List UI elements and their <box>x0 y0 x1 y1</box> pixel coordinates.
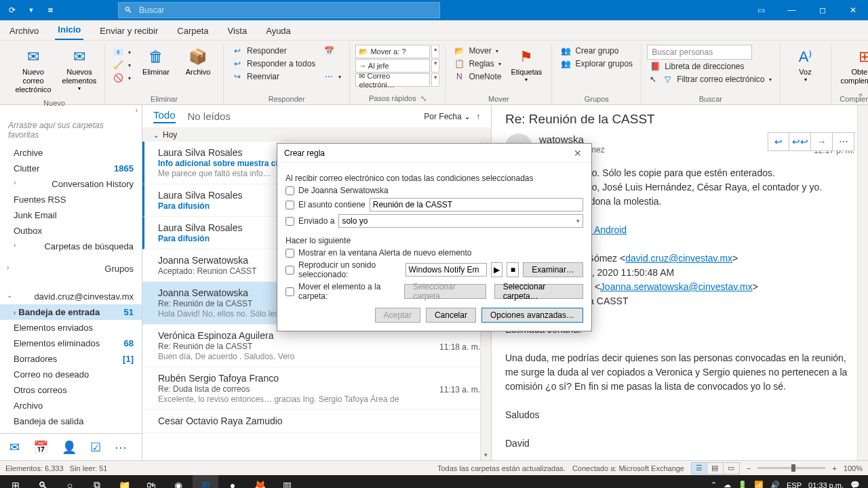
tasks-icon[interactable]: ☑ <box>90 440 101 455</box>
tab-vista[interactable]: Vista <box>225 22 250 40</box>
reading-email-1[interactable]: david.cruz@cinvestav.mx <box>625 253 732 264</box>
more-action[interactable]: ⋯ <box>833 132 854 151</box>
meeting-button[interactable]: 📅 <box>321 45 344 57</box>
sent-to-select[interactable]: solo yo▾ <box>338 214 583 228</box>
more-respond-button[interactable]: ⋯▾ <box>321 70 344 83</box>
reply-button[interactable]: ↩Responder <box>229 45 318 57</box>
app2-icon[interactable]: ▥ <box>274 475 300 488</box>
more-nav-icon[interactable]: ⋯ <box>115 440 127 455</box>
select-folder-button[interactable]: Seleccionar carpeta… <box>494 284 583 299</box>
nav-item[interactable]: Clutter1865 <box>0 161 142 176</box>
tab-enviar[interactable]: Enviar y recibir <box>97 22 161 40</box>
dropdown-icon[interactable]: ▼ <box>24 7 38 14</box>
calendar-icon[interactable]: 📅 <box>33 440 48 455</box>
forward-action[interactable]: → <box>811 132 833 151</box>
accept-button[interactable]: Aceptar <box>375 308 420 323</box>
sound-input[interactable]: Windows Notify Em <box>406 263 487 277</box>
tab-archivo[interactable]: Archivo <box>7 22 41 40</box>
mail-icon[interactable]: ✉ <box>9 440 20 455</box>
tray-cloud-icon[interactable]: ☁ <box>724 481 731 488</box>
message-item[interactable]: Cesar Octavio Raya Zamudio <box>142 410 491 433</box>
store-icon[interactable]: 🛍 <box>138 475 164 488</box>
nav-grupos[interactable]: ›Grupos <box>0 261 142 277</box>
outlook-icon[interactable]: ✉ <box>193 475 218 488</box>
browse-button[interactable]: Examinar… <box>523 262 583 277</box>
move-button[interactable]: 📂Mover ▾ <box>451 45 504 57</box>
nav-item[interactable]: Bandeja de salida <box>0 413 142 429</box>
quickstep-1[interactable]: 📂 Mover a: ? <box>355 45 430 58</box>
tray-notifications-icon[interactable]: 💬 <box>850 481 860 488</box>
onenote-button[interactable]: NOneNote <box>451 70 504 83</box>
tab-carpeta[interactable]: Carpeta <box>174 22 211 40</box>
create-group-button[interactable]: 👥Crear grupo <box>557 45 635 57</box>
message-item[interactable]: Rubén Sergio Tafoya FrancoRe: Duda lista… <box>142 367 491 410</box>
subject-checkbox[interactable] <box>285 201 294 209</box>
nav-account[interactable]: ⌄david.cruz@cinvestav.mx <box>0 289 142 304</box>
nav-item[interactable]: Correo no deseado <box>0 367 142 382</box>
cortana-icon[interactable]: ○ <box>57 475 83 488</box>
new-email-button[interactable]: ✉Nuevo correo electrónico <box>9 43 57 98</box>
explorer-icon[interactable]: 📁 <box>111 475 137 488</box>
stop-button[interactable]: ■ <box>507 262 519 277</box>
tray-volume-icon[interactable]: 🔊 <box>770 481 780 488</box>
nav-item[interactable]: Archivo <box>0 398 142 413</box>
reply-action[interactable]: ↩ <box>768 132 789 151</box>
firefox-icon[interactable]: 🦊 <box>247 475 273 488</box>
zoom-slider[interactable] <box>757 467 825 469</box>
nav-item[interactable]: Junk Email <box>0 207 142 223</box>
tab-noleidos[interactable]: No leídos <box>188 110 231 122</box>
reply-all-action[interactable]: ↩↩ <box>789 132 811 151</box>
sort-direction-icon[interactable]: ↑ <box>476 112 480 121</box>
alert-checkbox[interactable] <box>285 249 294 258</box>
close-icon[interactable]: ✕ <box>837 0 868 20</box>
taskview-icon[interactable]: ⧉ <box>84 475 110 488</box>
nav-item[interactable]: ›Bandeja de entrada51 <box>0 304 142 320</box>
tab-ayuda[interactable]: Ayuda <box>263 22 294 40</box>
quickstep-up[interactable]: ▴ <box>431 45 439 58</box>
start-button[interactable]: ⊞ <box>3 475 28 488</box>
zoom-minus[interactable]: − <box>747 464 751 472</box>
maximize-icon[interactable]: ◻ <box>807 0 837 20</box>
sound-checkbox[interactable] <box>285 266 294 274</box>
archive-button[interactable]: 📦Archivo <box>178 43 218 79</box>
addins-button[interactable]: ⊞Obtener complementos <box>837 43 869 88</box>
chrome-icon[interactable]: ◉ <box>165 475 191 488</box>
address-book-button[interactable]: 📕Libreta de direcciones <box>647 60 774 73</box>
nav-item[interactable]: Borradores[1] <box>0 351 142 367</box>
advanced-options-button[interactable]: Opciones avanzadas… <box>481 308 583 323</box>
reading-email-2[interactable]: Joanna.serwatowska@cinvestav.mx <box>600 281 753 292</box>
tab-todo[interactable]: Todo <box>153 109 176 123</box>
move-checkbox[interactable] <box>285 287 294 296</box>
tray-lang[interactable]: ESP <box>787 481 802 489</box>
reply-all-button[interactable]: ↩Responder a todos <box>229 58 318 70</box>
collapse-ribbon-icon[interactable]: ⌃ <box>857 92 864 102</box>
nav-item[interactable]: ›Carpetas de búsqueda <box>0 239 142 254</box>
reading-link-android[interactable]: a Android <box>587 224 627 235</box>
nav-item[interactable]: Elementos eliminados68 <box>0 336 142 351</box>
delete-button[interactable]: 🗑Eliminar <box>136 43 176 79</box>
nav-item[interactable]: Elementos enviados <box>0 320 142 336</box>
browse-groups-button[interactable]: 👥Explorar grupos <box>557 58 635 70</box>
nav-item[interactable]: ›Conversation History <box>0 176 142 192</box>
junk-button[interactable]: 🚫▾ <box>111 72 134 84</box>
rules-button[interactable]: 📋Reglas ▾ <box>451 58 504 70</box>
taskbar-search-icon[interactable]: 🔍︎ <box>30 475 56 488</box>
refresh-icon[interactable]: ⟳ <box>5 5 19 15</box>
overflow-icon[interactable]: 〓 <box>43 6 57 15</box>
tray-wifi-icon[interactable]: 📶 <box>754 481 764 488</box>
tray-up-icon[interactable]: ⌃ <box>711 481 717 488</box>
cleanup-button[interactable]: 🧹▾ <box>111 59 134 71</box>
quickstep-2[interactable]: → Al jefe <box>355 59 430 73</box>
view-buttons[interactable]: ☰▤▭ <box>691 462 740 474</box>
dialog-close-icon[interactable]: ✕ <box>571 148 585 159</box>
new-items-button[interactable]: ✉Nuevos elementos▾ <box>60 43 99 95</box>
from-checkbox[interactable] <box>285 186 294 195</box>
filter-email-button[interactable]: ↖▽Filtrar correo electrónico ▾ <box>647 73 774 85</box>
play-button[interactable]: ▶ <box>491 262 503 277</box>
reading-scrollbar[interactable] <box>857 105 868 460</box>
forward-button[interactable]: ↪Reenviar <box>229 70 318 83</box>
search-box[interactable]: 🔍︎ Buscar <box>118 2 440 18</box>
tags-button[interactable]: ⚑Etiquetas▾ <box>507 43 546 86</box>
people-icon[interactable]: 👤 <box>62 440 77 455</box>
app1-icon[interactable]: ● <box>220 475 245 488</box>
